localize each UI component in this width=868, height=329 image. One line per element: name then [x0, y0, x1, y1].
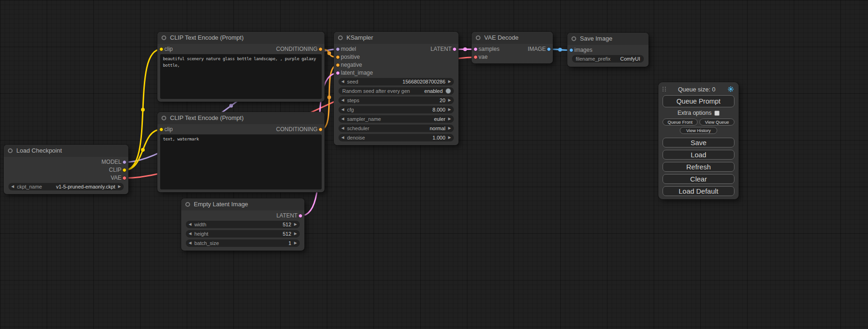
node-title: Save Image	[580, 35, 612, 42]
node-clip-text-encode-negative[interactable]: CLIP Text Encode (Prompt) clip CONDITION…	[157, 112, 325, 192]
input-dot-model[interactable]	[336, 47, 340, 51]
clear-button[interactable]: Clear	[663, 174, 734, 184]
collapse-dot-icon[interactable]	[338, 35, 343, 40]
output-dot-clip[interactable]	[122, 168, 127, 172]
collapse-dot-icon[interactable]	[185, 202, 190, 207]
widget-value: 512	[282, 231, 291, 237]
arrow-right-icon[interactable]: ▶	[448, 97, 451, 104]
input-dot-clip[interactable]	[159, 127, 163, 132]
input-dot-clip[interactable]	[159, 47, 163, 51]
refresh-button[interactable]: Refresh	[663, 162, 734, 172]
prompt-textarea[interactable]: text, watermark	[160, 134, 322, 189]
arrow-right-icon[interactable]: ▶	[118, 183, 121, 190]
widget-ckpt-name[interactable]: ◀ ckpt_name v1-5-pruned-emaonly.ckpt ▶	[8, 183, 124, 190]
widget-filename-prefix[interactable]: filename_prefix ComfyUI	[572, 55, 644, 63]
arrow-left-icon[interactable]: ◀	[189, 239, 191, 247]
queue-prompt-button[interactable]: Queue Prompt	[663, 95, 734, 107]
input-dot-images[interactable]	[569, 48, 573, 52]
history-buttons-row: View History	[663, 127, 734, 134]
arrow-left-icon[interactable]: ◀	[341, 78, 344, 85]
collapse-dot-icon[interactable]	[162, 116, 166, 120]
node-save-image[interactable]: Save Image images filename_prefix ComfyU…	[567, 33, 649, 67]
arrow-left-icon[interactable]: ◀	[189, 221, 191, 228]
arrow-left-icon[interactable]: ◀	[341, 125, 344, 132]
node-title-bar: Save Image	[567, 33, 649, 45]
link-midpoint-dot-image	[558, 48, 562, 52]
widget-batch-size[interactable]: ◀ batch_size 1 ▶	[186, 239, 300, 247]
extra-options-checkbox[interactable]	[714, 111, 720, 116]
view-history-button[interactable]: View History	[680, 127, 717, 134]
widget-label: width	[194, 222, 206, 227]
output-dot-vae[interactable]	[122, 176, 127, 180]
widget-seed[interactable]: ◀ seed 156680208700286 ▶	[339, 78, 454, 85]
queue-front-button[interactable]: Queue Front	[663, 119, 698, 126]
output-dot-conditioning[interactable]	[318, 127, 323, 132]
output-dot-model[interactable]	[122, 160, 127, 164]
widget-scheduler[interactable]: ◀ scheduler normal ▶	[339, 125, 454, 132]
arrow-left-icon[interactable]: ◀	[189, 230, 191, 238]
widget-value: 1	[289, 240, 291, 246]
node-vae-decode[interactable]: VAE Decode samples IMAGE vae	[472, 32, 553, 63]
input-dot-samples[interactable]	[473, 47, 478, 51]
link-midpoint-dot-samples	[463, 48, 467, 51]
node-clip-text-encode-positive[interactable]: CLIP Text Encode (Prompt) clip CONDITION…	[157, 32, 325, 102]
input-slot-label: samples	[479, 45, 500, 53]
link-midpoint-dot-clip1	[141, 108, 145, 112]
comfy-menu-panel: Queue size: 0 Queue Prompt Extra options…	[658, 82, 739, 199]
input-dot-positive[interactable]	[336, 55, 340, 59]
arrow-right-icon[interactable]: ▶	[294, 239, 297, 247]
node-empty-latent-image[interactable]: Empty Latent Image LATENT ◀ width 512 ▶ …	[181, 198, 304, 251]
input-dot-vae[interactable]	[473, 55, 478, 59]
arrow-left-icon[interactable]: ◀	[341, 115, 344, 123]
node-ksampler[interactable]: KSampler model LATENT positive negative …	[334, 32, 459, 145]
save-button[interactable]: Save	[663, 138, 734, 147]
widget-sampler-name[interactable]: ◀ sampler_name euler ▶	[339, 115, 454, 123]
widget-label: height	[194, 231, 208, 237]
arrow-right-icon[interactable]: ▶	[448, 125, 451, 132]
output-dot-latent[interactable]	[452, 47, 457, 51]
input-dot-latent-image[interactable]	[336, 71, 340, 75]
toggle-dot-icon[interactable]	[445, 88, 451, 94]
node-load-checkpoint[interactable]: Load Checkpoint MODEL CLIP VAE ◀ ckpt_na…	[4, 145, 128, 194]
arrow-right-icon[interactable]: ▶	[448, 78, 451, 85]
input-slot-label: images	[574, 46, 593, 54]
output-slot-label: VAE	[111, 174, 121, 182]
view-queue-button[interactable]: View Queue	[699, 119, 734, 126]
node-title: CLIP Text Encode (Prompt)	[170, 34, 244, 41]
collapse-dot-icon[interactable]	[572, 36, 576, 41]
widget-width[interactable]: ◀ width 512 ▶	[186, 221, 300, 228]
graph-canvas[interactable]: Load Checkpoint MODEL CLIP VAE ◀ ckpt_na…	[0, 0, 868, 329]
output-dot-image[interactable]	[547, 47, 551, 51]
collapse-dot-icon[interactable]	[476, 35, 480, 40]
widget-steps[interactable]: ◀ steps 20 ▶	[339, 97, 454, 104]
arrow-right-icon[interactable]: ▶	[448, 115, 451, 123]
output-dot-conditioning[interactable]	[318, 47, 323, 51]
arrow-right-icon[interactable]: ▶	[448, 106, 451, 113]
output-slot-clip: CLIP	[4, 166, 128, 174]
node-title-bar: CLIP Text Encode (Prompt)	[157, 32, 325, 44]
link-midpoint-dot-cond-positive	[327, 51, 331, 55]
widget-control-after-generate[interactable]: Random seed after every gen enabled	[339, 87, 454, 95]
widget-denoise[interactable]: ◀ denoise 1.000 ▶	[339, 134, 454, 141]
output-dot-latent[interactable]	[298, 214, 303, 218]
collapse-dot-icon[interactable]	[8, 148, 13, 153]
widget-label: cfg	[347, 107, 354, 112]
widget-height[interactable]: ◀ height 512 ▶	[186, 230, 300, 238]
arrow-left-icon[interactable]: ◀	[341, 106, 344, 113]
link-midpoint-dot-clip2	[141, 148, 145, 152]
input-dot-negative[interactable]	[336, 63, 340, 67]
slot-row-samples-image: samples IMAGE	[472, 45, 553, 53]
arrow-left-icon[interactable]: ◀	[11, 183, 14, 190]
arrow-left-icon[interactable]: ◀	[341, 97, 344, 104]
arrow-right-icon[interactable]: ▶	[294, 221, 297, 228]
load-button[interactable]: Load	[663, 150, 734, 160]
arrow-left-icon[interactable]: ◀	[341, 134, 344, 141]
arrow-right-icon[interactable]: ▶	[448, 134, 451, 141]
widget-cfg[interactable]: ◀ cfg 8.000 ▶	[339, 106, 454, 113]
collapse-dot-icon[interactable]	[162, 35, 166, 40]
load-default-button[interactable]: Load Default	[663, 186, 734, 196]
drag-handle-icon[interactable]	[663, 87, 666, 91]
prompt-textarea[interactable]: beautiful scenery nature glass bottle la…	[160, 54, 322, 99]
arrow-right-icon[interactable]: ▶	[294, 230, 297, 238]
settings-gear-icon[interactable]	[727, 85, 734, 93]
